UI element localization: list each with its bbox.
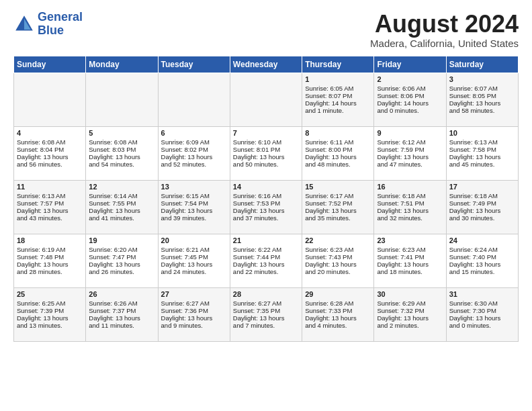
day-info: Sunrise: 6:16 AM xyxy=(233,192,299,199)
day-info: Sunset: 7:57 PM xyxy=(17,199,83,207)
day-info: Sunrise: 6:13 AM xyxy=(17,192,83,199)
logo-icon xyxy=(13,13,35,35)
week-row-0: 1Sunrise: 6:05 AMSunset: 8:07 PMDaylight… xyxy=(14,73,519,126)
day-info: and 0 minutes. xyxy=(377,107,443,114)
day-info: Sunrise: 6:21 AM xyxy=(161,246,227,253)
day-info: Sunset: 7:39 PM xyxy=(17,307,83,314)
day-info: Sunrise: 6:27 AM xyxy=(233,300,299,307)
day-cell: 18Sunrise: 6:19 AMSunset: 7:48 PMDayligh… xyxy=(14,234,86,287)
day-info: Sunrise: 6:26 AM xyxy=(89,300,154,307)
day-info: Sunset: 7:37 PM xyxy=(89,307,154,314)
day-cell: 8Sunrise: 6:11 AMSunset: 8:00 PMDaylight… xyxy=(302,126,374,180)
day-info: and 9 minutes. xyxy=(161,322,227,329)
day-info: Sunrise: 6:30 AM xyxy=(449,300,515,307)
day-info: Daylight: 14 hours xyxy=(377,99,443,107)
day-info: and 41 minutes. xyxy=(89,214,154,222)
day-number: 3 xyxy=(449,75,515,83)
day-cell: 21Sunrise: 6:22 AMSunset: 7:44 PMDayligh… xyxy=(230,234,302,287)
day-number: 30 xyxy=(377,290,443,298)
day-info: and 39 minutes. xyxy=(161,214,227,222)
day-info: and 54 minutes. xyxy=(89,161,154,168)
day-info: Sunrise: 6:09 AM xyxy=(161,138,227,146)
day-cell: 9Sunrise: 6:12 AMSunset: 7:59 PMDaylight… xyxy=(374,126,446,180)
day-info: Sunset: 8:06 PM xyxy=(377,92,443,99)
day-info: Sunset: 8:04 PM xyxy=(17,146,83,153)
day-info: and 7 minutes. xyxy=(233,322,299,329)
day-info: and 0 minutes. xyxy=(449,322,515,329)
day-info: Sunrise: 6:18 AM xyxy=(377,192,443,199)
day-info: Daylight: 13 hours xyxy=(305,261,371,268)
day-info: Sunset: 7:58 PM xyxy=(449,146,515,153)
day-number: 8 xyxy=(305,129,371,137)
day-info: Daylight: 13 hours xyxy=(161,153,227,161)
day-info: Sunrise: 6:05 AM xyxy=(305,85,371,92)
day-number: 10 xyxy=(449,129,515,137)
day-info: and 15 minutes. xyxy=(449,268,515,275)
day-info: Sunrise: 6:29 AM xyxy=(377,300,443,307)
day-info: Sunrise: 6:28 AM xyxy=(305,300,371,307)
day-info: Daylight: 13 hours xyxy=(17,314,83,322)
day-number: 26 xyxy=(89,290,154,298)
day-cell: 30Sunrise: 6:29 AMSunset: 7:32 PMDayligh… xyxy=(374,287,446,341)
day-cell: 4Sunrise: 6:08 AMSunset: 8:04 PMDaylight… xyxy=(14,126,86,180)
day-info: Sunset: 7:48 PM xyxy=(17,253,83,261)
day-info: Daylight: 13 hours xyxy=(233,261,299,268)
day-info: and 30 minutes. xyxy=(449,214,515,222)
day-info: Sunrise: 6:13 AM xyxy=(449,138,515,146)
day-info: Sunrise: 6:08 AM xyxy=(89,138,154,146)
col-header-saturday: Saturday xyxy=(446,56,518,73)
day-info: Sunrise: 6:07 AM xyxy=(449,85,515,92)
day-info: and 52 minutes. xyxy=(161,161,227,168)
day-info: and 56 minutes. xyxy=(17,161,83,168)
day-info: Sunset: 7:54 PM xyxy=(161,199,227,207)
col-header-thursday: Thursday xyxy=(302,56,374,73)
day-info: Daylight: 13 hours xyxy=(161,261,227,268)
day-number: 21 xyxy=(233,236,299,244)
day-info: Daylight: 13 hours xyxy=(449,314,515,322)
logo-line2: Blue xyxy=(38,24,83,38)
main-title: August 2024 xyxy=(370,11,519,38)
day-info: Daylight: 13 hours xyxy=(89,314,154,322)
day-info: Sunrise: 6:23 AM xyxy=(305,246,371,253)
day-info: and 11 minutes. xyxy=(89,322,154,329)
day-info: Sunrise: 6:27 AM xyxy=(161,300,227,307)
day-number: 4 xyxy=(17,129,83,137)
day-number: 15 xyxy=(305,183,371,191)
page: General Blue August 2024 Madera, Califor… xyxy=(0,0,532,349)
day-number: 1 xyxy=(305,75,371,83)
day-info: Daylight: 14 hours xyxy=(305,99,371,107)
week-row-4: 25Sunrise: 6:25 AMSunset: 7:39 PMDayligh… xyxy=(14,287,519,341)
day-cell: 31Sunrise: 6:30 AMSunset: 7:30 PMDayligh… xyxy=(446,287,518,341)
day-cell: 15Sunrise: 6:17 AMSunset: 7:52 PMDayligh… xyxy=(302,180,374,234)
day-info: and 13 minutes. xyxy=(17,322,83,329)
day-info: Sunset: 7:55 PM xyxy=(89,199,154,207)
day-info: Daylight: 13 hours xyxy=(449,153,515,161)
day-number: 27 xyxy=(161,290,227,298)
day-info: Daylight: 13 hours xyxy=(233,314,299,322)
day-info: Daylight: 13 hours xyxy=(161,207,227,214)
day-info: Daylight: 13 hours xyxy=(449,261,515,268)
day-number: 24 xyxy=(449,236,515,244)
day-number: 9 xyxy=(377,129,443,137)
day-number: 7 xyxy=(233,129,299,137)
day-info: Daylight: 13 hours xyxy=(89,261,154,268)
day-info: and 37 minutes. xyxy=(233,214,299,222)
day-info: and 22 minutes. xyxy=(233,268,299,275)
week-row-2: 11Sunrise: 6:13 AMSunset: 7:57 PMDayligh… xyxy=(14,180,519,234)
day-cell: 7Sunrise: 6:10 AMSunset: 8:01 PMDaylight… xyxy=(230,126,302,180)
day-info: Sunrise: 6:12 AM xyxy=(377,138,443,146)
day-info: Daylight: 13 hours xyxy=(17,261,83,268)
col-header-monday: Monday xyxy=(86,56,158,73)
day-info: Sunset: 7:43 PM xyxy=(305,253,371,261)
day-cell: 14Sunrise: 6:16 AMSunset: 7:53 PMDayligh… xyxy=(230,180,302,234)
day-number: 19 xyxy=(89,236,154,244)
day-info: Sunrise: 6:24 AM xyxy=(449,246,515,253)
day-info: and 24 minutes. xyxy=(161,268,227,275)
day-cell: 10Sunrise: 6:13 AMSunset: 7:58 PMDayligh… xyxy=(446,126,518,180)
day-info: Sunset: 7:33 PM xyxy=(305,307,371,314)
day-number: 2 xyxy=(377,75,443,83)
day-cell: 12Sunrise: 6:14 AMSunset: 7:55 PMDayligh… xyxy=(86,180,158,234)
day-info: Sunset: 8:02 PM xyxy=(161,146,227,153)
day-cell xyxy=(158,73,230,126)
day-info: Daylight: 13 hours xyxy=(17,207,83,214)
